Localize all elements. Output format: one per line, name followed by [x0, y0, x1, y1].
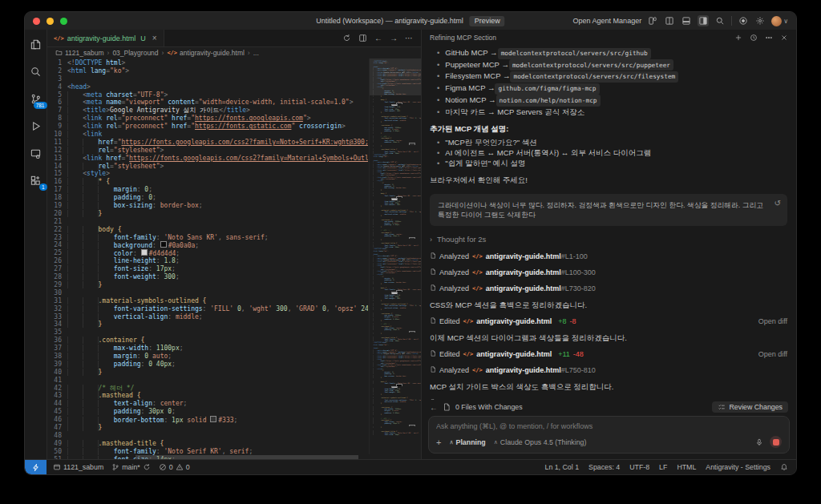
code-line: 27 font-size: 17px;: [47, 265, 368, 273]
split-layout-icon[interactable]: [664, 15, 675, 26]
panel-bottom-icon[interactable]: [681, 15, 692, 26]
code-line: 35: [47, 329, 368, 337]
git-branch-indicator[interactable]: main*: [111, 463, 151, 471]
breadcrumb[interactable]: 1121_sabum›03_Playground›</>antigravity-…: [47, 47, 421, 58]
back-icon[interactable]: ←: [430, 403, 438, 412]
undo-icon[interactable]: ↺: [774, 199, 781, 208]
list-item: •Puppeteer MCP → modelcontextprotocol/se…: [430, 59, 787, 71]
status-html[interactable]: HTML: [677, 463, 696, 471]
line-number: 35: [47, 329, 67, 337]
badge: 781: [34, 102, 47, 109]
window-icon: [53, 463, 61, 471]
activity-search-icon[interactable]: [28, 63, 44, 79]
agent-panel: Refining MCP Section •GitHub MCP → model…: [422, 30, 796, 460]
review-changes-button[interactable]: Review Changes: [712, 401, 788, 413]
history-icon[interactable]: [750, 34, 758, 42]
preview-button[interactable]: Preview: [470, 16, 505, 26]
gear-icon[interactable]: [754, 15, 766, 26]
edited-file-row[interactable]: Edited</>antigravity-guide.html+8-8Open …: [430, 317, 787, 326]
breadcrumb-item[interactable]: </>antigravity-guide.html: [167, 49, 244, 57]
microphone-icon[interactable]: [755, 438, 763, 446]
account-avatar[interactable]: ∨: [771, 16, 788, 26]
minimap-slider[interactable]: [370, 58, 421, 95]
activity-source-control-icon[interactable]: 781: [28, 91, 44, 107]
problems-indicator[interactable]: 0 0: [159, 463, 190, 471]
chat-input[interactable]: [436, 422, 782, 430]
line-number: 39: [47, 361, 67, 369]
more-icon[interactable]: [765, 34, 773, 42]
panel-right-icon[interactable]: [698, 15, 709, 26]
new-chat-icon[interactable]: [734, 34, 742, 42]
record-icon[interactable]: [738, 15, 749, 26]
line-number: 25: [47, 249, 67, 257]
breadcrumb-item[interactable]: 1121_sabum: [55, 49, 104, 58]
mode-selector[interactable]: ∧ Planning: [449, 438, 485, 446]
thought-toggle[interactable]: ›Thought for 2s: [430, 235, 787, 244]
close-window-button[interactable]: [33, 18, 40, 25]
line-number: 49: [47, 440, 67, 448]
open-diff-link[interactable]: Open diff: [758, 317, 787, 325]
minimize-window-button[interactable]: [47, 18, 54, 25]
close-tab-icon[interactable]: ×: [152, 34, 157, 42]
status-lf[interactable]: LF: [659, 463, 667, 471]
close-icon[interactable]: [780, 34, 788, 42]
more-actions-icon[interactable]: ⋯: [405, 34, 413, 42]
activity-run-debug-icon[interactable]: [28, 118, 44, 134]
model-selector[interactable]: ∧ Claude Opus 4.5 (Thinking): [494, 438, 587, 446]
line-number: 38: [47, 353, 67, 361]
activity-remote-window-icon[interactable]: [28, 145, 44, 161]
error-icon: [159, 463, 167, 471]
split-editor-icon[interactable]: [358, 34, 367, 42]
open-agent-manager-button[interactable]: Open Agent Manager: [573, 17, 642, 25]
code-line: 45 padding: 30px 0;: [47, 408, 368, 416]
status-utf-8[interactable]: UTF-8: [629, 463, 649, 471]
search-icon[interactable]: [714, 15, 726, 26]
analyzed-file-row[interactable]: Analyzed</>antigravity-guide.html#L730-8…: [430, 284, 787, 293]
line-number: 17: [47, 186, 67, 194]
zoom-window-button[interactable]: [60, 18, 67, 25]
navigate-back-icon[interactable]: ←: [374, 34, 382, 42]
activity-explorer-icon[interactable]: [28, 36, 44, 52]
code-line: 9 <link rel="preconnect" href="https://f…: [47, 123, 368, 131]
analyzed-file-row[interactable]: Analyzed</>antigravity-guide.html#L1-100: [430, 252, 787, 261]
navigate-forward-icon[interactable]: →: [390, 34, 398, 42]
analyzed-file-row[interactable]: Analyzed</>antigravity-guide.html#L750-8…: [430, 365, 787, 375]
open-changes-icon[interactable]: [342, 34, 351, 42]
tab-antigravity-guide[interactable]: </> antigravity-guide.html U ×: [47, 30, 164, 46]
line-range: #L750-810: [561, 366, 596, 374]
list-item: •Filesystem MCP → modelcontextprotocol/s…: [430, 71, 787, 83]
add-context-button[interactable]: +: [436, 439, 441, 446]
warning-icon: [176, 463, 184, 471]
breadcrumb-item[interactable]: 03_Playground: [112, 49, 158, 57]
status-spaces-4[interactable]: Spaces: 4: [588, 463, 620, 471]
activity-extensions-icon[interactable]: 1: [28, 172, 44, 188]
chat-composer[interactable]: + ∧ Planning ∧ Claude Opus 4.5 (Thinking…: [428, 416, 790, 454]
code-line: 37 max-width: 1100px;: [47, 345, 368, 353]
chevron-down-icon: ∨: [783, 18, 788, 25]
line-number: 31: [47, 297, 67, 305]
remote-indicator[interactable]: [25, 460, 47, 474]
edited-file-row[interactable]: Edited</>antigravity-guide.html+11-48Ope…: [430, 349, 787, 359]
analyzed-file-row[interactable]: Analyzed</>antigravity-guide.html#L100-3…: [430, 268, 787, 277]
workspace-indicator[interactable]: 1121_sabum: [53, 463, 103, 471]
stop-generation-button[interactable]: [770, 436, 782, 448]
file-name: antigravity-guide.html: [476, 317, 552, 325]
status-antigravity-settings[interactable]: Antigravity - Settings: [706, 463, 770, 471]
code-editor[interactable]: 1<!DOCTYPE html>2<html lang="ko">34<head…: [47, 58, 421, 460]
code-lines[interactable]: 1<!DOCTYPE html>2<html lang="ko">34<head…: [47, 59, 368, 460]
line-number: 30: [47, 289, 67, 297]
minimap[interactable]: <!DOCTYPE html><html lang="ko"><head> <m…: [369, 58, 421, 454]
line-number: 13: [47, 155, 67, 163]
agent-manager-icon[interactable]: [647, 15, 658, 26]
code-line: 22 body {: [47, 226, 368, 234]
line-number: 7: [47, 107, 67, 115]
badge: 1: [39, 183, 47, 191]
bell-icon[interactable]: [780, 463, 788, 471]
breadcrumb-item[interactable]: ...: [253, 49, 259, 57]
line-number: 18: [47, 194, 67, 202]
diff-deletions: -8: [569, 317, 576, 325]
open-diff-link[interactable]: Open diff: [758, 350, 787, 358]
code-line: 42 /* 헤더 */: [47, 385, 368, 393]
status-ln-1-col-1[interactable]: Ln 1, Col 1: [545, 463, 580, 471]
sync-icon[interactable]: [143, 463, 151, 471]
